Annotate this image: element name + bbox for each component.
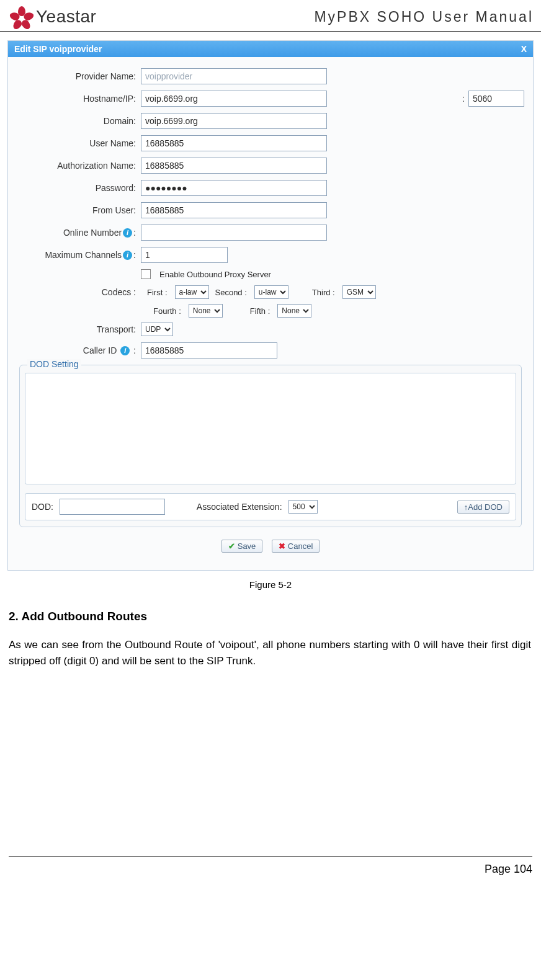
codec-fifth-label: Fifth : <box>250 306 272 316</box>
cancel-label: Cancel <box>288 541 313 551</box>
codec-second-label: Second : <box>215 288 248 297</box>
row-provider-name: Provider Name: <box>17 68 524 84</box>
row-username: User Name: <box>17 135 524 151</box>
row-enable-proxy: Enable Outbound Proxy Server <box>17 269 524 279</box>
brand-logo: Yeastar <box>11 6 96 27</box>
codec-third-label: Third : <box>312 288 336 297</box>
row-hostname: Hostname/IP: : <box>17 91 524 107</box>
dialog-button-row: ✔ Save ✖ Cancel <box>17 531 524 564</box>
info-icon[interactable]: i <box>123 251 132 260</box>
check-icon: ✔ <box>228 541 235 551</box>
section-body: As we can see from the Outbound Route of… <box>0 630 541 670</box>
associated-ext-label: Associated Extension: <box>197 502 282 512</box>
codec-first-label: First : <box>147 288 169 297</box>
codec-fourth-label: Fourth : <box>153 306 182 316</box>
online-number-input[interactable] <box>141 225 327 241</box>
online-number-label: Online Numberi: <box>17 228 141 238</box>
row-domain: Domain: <box>17 113 524 129</box>
codec-fifth-select[interactable]: None <box>277 304 311 318</box>
fromuser-input[interactable] <box>141 202 327 218</box>
online-label-pre: Online Number <box>63 228 122 238</box>
transport-label: Transport: <box>17 324 141 334</box>
page-footer: Page 104 <box>9 856 532 888</box>
callerid-label-post: : <box>133 345 136 355</box>
username-input[interactable] <box>141 135 327 151</box>
info-icon[interactable]: i <box>123 228 132 238</box>
row-fromuser: From User: <box>17 202 524 218</box>
port-colon: : <box>458 94 468 104</box>
flower-icon <box>11 6 32 27</box>
figure-caption: Figure 5-2 <box>0 571 541 595</box>
dod-legend: DOD Setting <box>27 359 81 369</box>
callerid-input[interactable] <box>141 342 277 359</box>
row-authname: Authorization Name: <box>17 158 524 174</box>
codec-first-select[interactable]: a-law <box>175 285 209 299</box>
enable-proxy-label: Enable Outbound Proxy Server <box>151 270 271 279</box>
brand-name: Yeastar <box>36 7 96 27</box>
associated-ext-select[interactable]: 500 <box>288 500 318 514</box>
port-input[interactable] <box>468 91 524 107</box>
maxch-label-post: : <box>133 250 136 260</box>
dod-input-row: DOD: Associated Extension: 500 ↑Add DOD <box>25 493 516 520</box>
provider-name-label: Provider Name: <box>17 71 141 81</box>
page-number: Page 104 <box>485 863 532 875</box>
domain-input[interactable] <box>141 113 327 129</box>
add-dod-label: ↑Add DOD <box>464 502 503 512</box>
row-codecs-1: Codecs : First : a-law Second : u-law Th… <box>17 285 524 299</box>
max-channels-label: Maximum Channelsi: <box>17 250 141 261</box>
dod-setting-fieldset: DOD Setting DOD: Associated Extension: 5… <box>19 365 522 527</box>
codecs-label: Codecs : <box>17 287 141 297</box>
fromuser-label: From User: <box>17 205 141 215</box>
maxch-label-pre: Maximum Channels <box>45 250 122 260</box>
callerid-label-pre: Caller ID <box>83 345 117 355</box>
callerid-label: Caller ID i : <box>17 345 141 356</box>
row-online-number: Online Numberi: <box>17 225 524 241</box>
password-input[interactable] <box>141 180 327 196</box>
dialog-title: Edit SIP voipprovider <box>14 44 102 54</box>
codec-third-select[interactable]: GSM <box>342 285 376 299</box>
password-label: Password: <box>17 183 141 193</box>
username-label: User Name: <box>17 138 141 148</box>
info-icon[interactable]: i <box>120 346 130 355</box>
dod-list-area <box>25 373 516 484</box>
dod-label: DOD: <box>32 502 53 512</box>
enable-proxy-checkbox[interactable] <box>141 269 151 279</box>
hostname-input[interactable] <box>141 91 327 107</box>
codec-fourth-select[interactable]: None <box>189 304 223 318</box>
close-icon[interactable]: X <box>521 44 527 54</box>
row-callerid: Caller ID i : <box>17 342 524 359</box>
cancel-button[interactable]: ✖ Cancel <box>272 540 320 553</box>
edit-sip-dialog: Edit SIP voipprovider X Provider Name: H… <box>7 40 534 571</box>
hostname-label: Hostname/IP: <box>17 94 141 104</box>
section-heading: 2. Add Outbound Routes <box>0 595 541 630</box>
page-header: Yeastar MyPBX SOHO User Manual <box>0 0 541 32</box>
add-dod-button[interactable]: ↑Add DOD <box>457 501 509 514</box>
dialog-titlebar: Edit SIP voipprovider X <box>8 41 533 57</box>
codec-second-select[interactable]: u-law <box>254 285 288 299</box>
close-icon: ✖ <box>279 541 285 551</box>
domain-label: Domain: <box>17 116 141 126</box>
online-label-post: : <box>133 228 136 238</box>
row-codecs-2: Fourth : None Fifth : None <box>17 304 524 318</box>
row-password: Password: <box>17 180 524 196</box>
row-transport: Transport: UDP <box>17 323 524 336</box>
provider-name-input[interactable] <box>141 68 327 84</box>
save-button[interactable]: ✔ Save <box>221 540 263 553</box>
dod-input[interactable] <box>60 499 165 515</box>
max-channels-input[interactable] <box>141 247 228 263</box>
authname-label: Authorization Name: <box>17 161 141 171</box>
document-title: MyPBX SOHO User Manual <box>314 9 534 25</box>
dialog-body: Provider Name: Hostname/IP: : Domain: Us… <box>8 57 533 570</box>
save-label: Save <box>238 541 256 551</box>
transport-select[interactable]: UDP <box>141 323 173 336</box>
row-max-channels: Maximum Channelsi: <box>17 247 524 263</box>
authname-input[interactable] <box>141 158 327 174</box>
